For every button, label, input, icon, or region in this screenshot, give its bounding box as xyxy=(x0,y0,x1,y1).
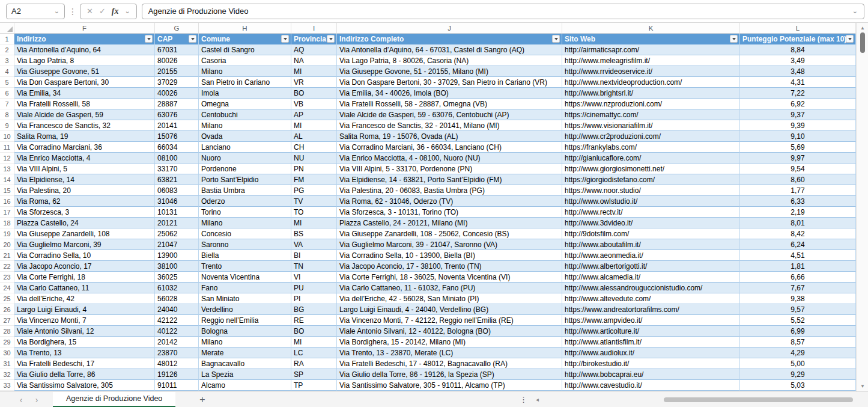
filter-dropdown-button[interactable] xyxy=(145,35,153,43)
cell[interactable]: BO xyxy=(291,326,337,337)
cell[interactable]: http://www.giorgiosimonetti.net/ xyxy=(562,164,740,174)
row-number[interactable]: 13 xyxy=(0,164,14,174)
row-number[interactable]: 5 xyxy=(0,77,14,88)
horizontal-scrollbar[interactable] xyxy=(544,392,868,407)
row-number[interactable]: 22 xyxy=(0,261,14,272)
column-header-J[interactable]: J xyxy=(337,23,562,34)
cell[interactable]: LC xyxy=(291,347,337,358)
cell[interactable]: Via Palestina, 20 xyxy=(14,185,155,196)
cell[interactable]: 6,66 xyxy=(740,272,856,283)
row-number[interactable]: 2 xyxy=(0,44,14,55)
cell[interactable]: Via Trento, 13 xyxy=(14,347,155,358)
cell[interactable]: Via Giuseppe Zanardelli, 108 - 25062, Co… xyxy=(337,228,562,239)
row-number[interactable]: 27 xyxy=(0,315,14,326)
confirm-icon[interactable]: ✓ xyxy=(99,7,106,16)
row-number[interactable]: 23 xyxy=(0,272,14,283)
cell[interactable]: PG xyxy=(291,185,337,196)
column-header-L[interactable]: L xyxy=(740,23,856,34)
cell[interactable]: 8,01 xyxy=(740,218,856,228)
cell[interactable]: http://www.rrvideoservice.it/ xyxy=(562,66,740,77)
cell[interactable]: Via Don Gaspare Bertoni, 30 - 37029, San… xyxy=(337,77,562,88)
cell[interactable]: AP xyxy=(291,109,337,120)
cell[interactable]: https://www.nzproduzioni.com/ xyxy=(562,99,740,109)
cell[interactable]: Castel di Sangro xyxy=(199,44,291,55)
cell[interactable]: 67031 xyxy=(155,44,199,55)
cell[interactable]: http://www.albertorigotti.it/ xyxy=(562,261,740,272)
cell[interactable]: 6,33 xyxy=(740,196,856,207)
cell[interactable]: Ovada xyxy=(199,131,291,142)
cell[interactable]: http://www.atlantisfilm.it/ xyxy=(562,337,740,347)
cell[interactable]: Verdellino xyxy=(199,304,291,315)
cell[interactable]: http://www.bobcaprai.eu/ xyxy=(562,369,740,380)
cell[interactable]: MI xyxy=(291,337,337,347)
cell[interactable]: Bologna xyxy=(199,326,291,337)
cell[interactable]: Alcamo xyxy=(199,380,291,391)
cell[interactable]: Via Corradino Sella, 10 - 13900, Biella … xyxy=(337,250,562,261)
cell[interactable]: Via Carlo Cattaneo, 11 - 61032, Fano (PU… xyxy=(337,283,562,293)
cell[interactable]: 9,38 xyxy=(740,293,856,304)
table-header-cell[interactable]: Indirizzo xyxy=(14,34,155,44)
cell[interactable]: 42122 xyxy=(155,315,199,326)
cell[interactable]: http://birokestudio.it/ xyxy=(562,358,740,369)
row-number[interactable]: 10 xyxy=(0,131,14,142)
row-number[interactable]: 30 xyxy=(0,347,14,358)
scroll-up-icon[interactable]: ▲ xyxy=(857,25,868,31)
cell[interactable]: 7,67 xyxy=(740,283,856,293)
cell[interactable]: Fano xyxy=(199,283,291,293)
expand-formula-bar-icon[interactable]: ⌄ xyxy=(852,8,858,14)
cell[interactable]: http://www.brightsrl.it/ xyxy=(562,88,740,99)
cell[interactable]: 5,52 xyxy=(740,315,856,326)
cell[interactable]: NA xyxy=(291,55,337,66)
scroll-down-icon[interactable]: ▼ xyxy=(857,384,868,389)
cell[interactable]: Imola xyxy=(199,88,291,99)
cell[interactable]: 6,24 xyxy=(740,239,856,250)
cell[interactable]: Casoria xyxy=(199,55,291,66)
cell[interactable]: 20121 xyxy=(155,218,199,228)
row-number[interactable]: 14 xyxy=(0,174,14,185)
row-number[interactable]: 17 xyxy=(0,207,14,218)
cell[interactable]: Via dell’Eriche, 42 - 56028, San Miniato… xyxy=(337,293,562,304)
row-number[interactable]: 33 xyxy=(0,380,14,391)
cell[interactable]: MI xyxy=(291,120,337,131)
cell[interactable]: 38100 xyxy=(155,261,199,272)
cell[interactable]: Via dell’Eriche, 42 xyxy=(14,293,155,304)
row-number[interactable]: 32 xyxy=(0,369,14,380)
cell[interactable]: 2,19 xyxy=(740,207,856,218)
row-number[interactable]: 12 xyxy=(0,153,14,164)
cell[interactable]: La Spezia xyxy=(199,369,291,380)
cell[interactable]: Viale Antonio Silvani, 12 xyxy=(14,326,155,337)
cell[interactable]: MI xyxy=(291,66,337,77)
horizontal-scrollbar-thumb[interactable] xyxy=(664,397,853,402)
cell[interactable]: 66034 xyxy=(155,142,199,153)
cell[interactable]: Via Fratelli Bedeschi, 17 xyxy=(14,358,155,369)
filter-dropdown-button[interactable] xyxy=(189,35,196,43)
cell[interactable]: https://giorgiodistefano.com/ xyxy=(562,174,740,185)
cell[interactable]: http://9dotsfilm.com/ xyxy=(562,228,740,239)
row-number[interactable]: 18 xyxy=(0,218,14,228)
cell[interactable]: 5,03 xyxy=(740,380,856,391)
cell[interactable]: https://www.andreatortorafilms.com/ xyxy=(562,304,740,315)
cell[interactable]: Via Elpidiense, 14 xyxy=(14,174,155,185)
cell[interactable]: 1,77 xyxy=(740,185,856,196)
cell[interactable]: Torino xyxy=(199,207,291,218)
cell[interactable]: Via Fratelli Rosselli, 58 xyxy=(14,99,155,109)
cell[interactable]: https://www.noor.studio/ xyxy=(562,185,740,196)
cell[interactable]: Via Vincenzo Monti, 7 xyxy=(14,315,155,326)
row-number[interactable]: 9 xyxy=(0,120,14,131)
cell[interactable]: Via Francesco de Sanctis, 32 - 20141, Mi… xyxy=(337,120,562,131)
cell[interactable]: 63076 xyxy=(155,109,199,120)
cell[interactable]: Via Santissimo Salvatore, 305 - 91011, A… xyxy=(337,380,562,391)
cell[interactable]: AQ xyxy=(291,44,337,55)
cell[interactable]: Milano xyxy=(199,120,291,131)
chevron-down-icon[interactable]: ⌄ xyxy=(124,8,130,14)
cell[interactable]: BI xyxy=(291,250,337,261)
cell[interactable]: Milano xyxy=(199,66,291,77)
cell[interactable]: https://cinemattyc.com/ xyxy=(562,109,740,120)
cell[interactable]: Via Roma, 62 xyxy=(14,196,155,207)
cell[interactable]: 13900 xyxy=(155,250,199,261)
cell[interactable]: Via Trento, 13 - 23870, Merate (LC) xyxy=(337,347,562,358)
vertical-scrollbar-thumb[interactable] xyxy=(860,32,865,53)
cell[interactable]: Via Guglielmo Marconi, 39 xyxy=(14,239,155,250)
cell[interactable]: Trento xyxy=(199,261,291,272)
cell[interactable]: TP xyxy=(291,380,337,391)
